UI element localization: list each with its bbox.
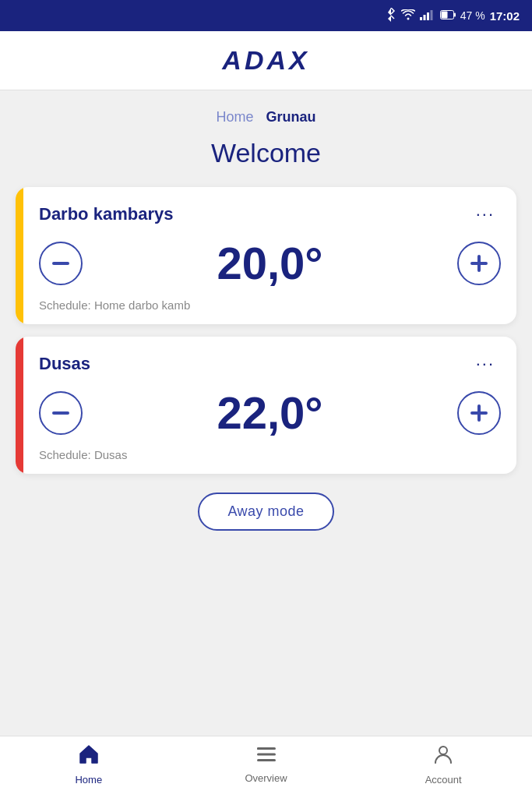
- battery-icon: [440, 9, 456, 22]
- svg-rect-3: [430, 10, 432, 20]
- svg-rect-15: [257, 759, 276, 761]
- nav-item-overview[interactable]: Overview: [178, 745, 355, 784]
- svg-rect-10: [52, 411, 69, 415]
- svg-rect-16: [257, 747, 262, 750]
- nav-item-account[interactable]: Account: [354, 743, 532, 786]
- decrease-temp-button[interactable]: [39, 242, 83, 285]
- svg-rect-6: [441, 12, 447, 19]
- wifi-icon: [401, 9, 415, 23]
- card-indicator-red: [16, 337, 23, 474]
- svg-point-17: [439, 747, 447, 754]
- card-body: Darbo kambarys ··· 20,0° Schedule: Home …: [23, 187, 516, 324]
- bottom-nav: Home Overview Account: [0, 736, 532, 798]
- increase-temp-button[interactable]: [457, 242, 501, 285]
- svg-rect-14: [257, 753, 276, 755]
- breadcrumb-current[interactable]: Grunau: [266, 109, 316, 125]
- temperature-display: 22,0°: [217, 387, 322, 439]
- breadcrumb-home[interactable]: Home: [216, 109, 253, 125]
- device-schedule: Schedule: Dusas: [39, 448, 501, 461]
- svg-rect-9: [477, 255, 481, 272]
- app-header: ADAX: [0, 31, 532, 90]
- svg-rect-0: [420, 17, 422, 20]
- main-content: Home Grunau Welcome Darbo kambarys ··· 2…: [0, 90, 532, 736]
- status-bar: 47 % 17:02: [0, 0, 532, 31]
- breadcrumb: Home Grunau: [16, 90, 516, 138]
- home-icon: [78, 743, 100, 771]
- svg-rect-12: [477, 404, 481, 422]
- card-controls: 20,0°: [39, 237, 501, 289]
- nav-label-overview: Overview: [245, 772, 287, 784]
- card-controls: 22,0°: [39, 387, 501, 439]
- svg-rect-1: [423, 15, 425, 20]
- device-card: Darbo kambarys ··· 20,0° Schedule: Home …: [16, 187, 516, 324]
- decrease-temp-button[interactable]: [39, 391, 83, 435]
- battery-percentage: 47 %: [460, 9, 485, 22]
- device-menu-button[interactable]: ···: [470, 351, 501, 377]
- bluetooth-icon: [386, 8, 396, 24]
- overview-icon: [255, 745, 277, 769]
- temperature-display: 20,0°: [217, 237, 322, 289]
- nav-label-home: Home: [75, 774, 102, 786]
- card-header-row: Darbo kambarys ···: [39, 201, 501, 228]
- device-card: Dusas ··· 22,0° Schedule: Dusas: [16, 337, 516, 474]
- svg-rect-7: [52, 262, 69, 265]
- nav-label-account: Account: [425, 774, 462, 786]
- status-time: 17:02: [490, 9, 520, 23]
- away-mode-container: Away mode: [16, 493, 516, 531]
- svg-rect-2: [427, 12, 429, 20]
- welcome-title: Welcome: [16, 138, 516, 168]
- device-name: Dusas: [39, 354, 90, 374]
- card-body: Dusas ··· 22,0° Schedule: Dusas: [23, 337, 516, 474]
- svg-rect-5: [454, 13, 456, 17]
- status-icons: 47 % 17:02: [386, 8, 520, 24]
- account-icon: [432, 743, 454, 771]
- card-indicator-yellow: [16, 187, 23, 324]
- nav-item-home[interactable]: Home: [0, 743, 178, 786]
- increase-temp-button[interactable]: [457, 391, 501, 435]
- device-name: Darbo kambarys: [39, 204, 173, 224]
- away-mode-button[interactable]: Away mode: [198, 493, 333, 531]
- app-logo: ADAX: [222, 45, 309, 76]
- card-header-row: Dusas ···: [39, 351, 501, 377]
- device-menu-button[interactable]: ···: [470, 201, 501, 228]
- signal-icon: [420, 9, 435, 23]
- device-schedule: Schedule: Home darbo kamb: [39, 298, 501, 312]
